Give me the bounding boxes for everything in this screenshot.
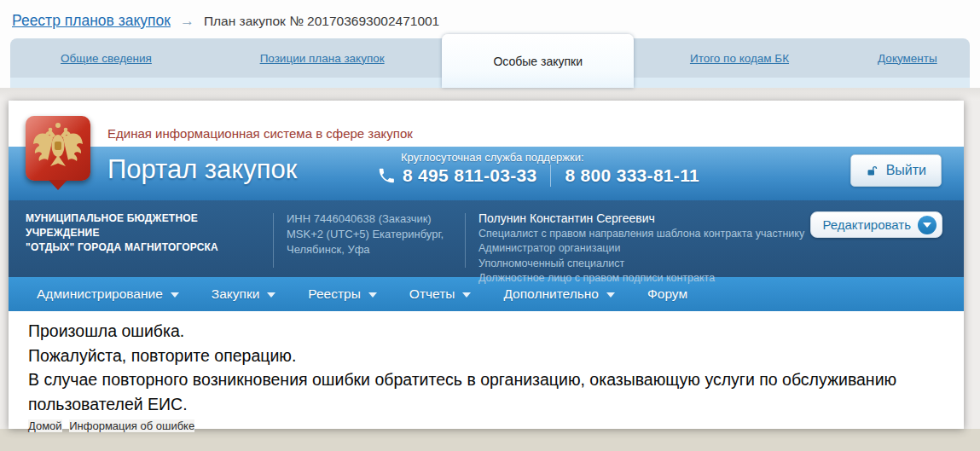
user-role: Администратор организации bbox=[478, 241, 964, 256]
breadcrumb-arrow-icon: → bbox=[180, 13, 194, 30]
tab-label[interactable]: Итого по кодам БК bbox=[690, 52, 789, 65]
error-info-link[interactable]: Информация об ошибке bbox=[69, 419, 194, 432]
support-phones: Круглосуточная служба поддержки: 8 495 8… bbox=[377, 151, 699, 187]
error-content: Произошла ошибка. Пожалуйста, повторите … bbox=[9, 311, 964, 429]
phone-icon bbox=[377, 166, 396, 185]
eis-system-title: Единая информационная система в сфере за… bbox=[107, 126, 413, 141]
menu-label: Форум bbox=[647, 286, 687, 302]
org-name-line1: МУНИЦИПАЛЬНОЕ БЮДЖЕТНОЕ УЧРЕЖДЕНИЕ bbox=[26, 211, 273, 240]
tab-plan-positions[interactable]: Позиции плана закупок bbox=[202, 38, 442, 78]
unlock-icon bbox=[866, 165, 879, 177]
error-links-row: Домой Информация об ошибке bbox=[28, 419, 943, 432]
error-line: Пожалуйста, повторите операцию. bbox=[28, 344, 943, 368]
tab-general-info[interactable]: Общие сведения bbox=[10, 38, 202, 78]
chevron-down-icon bbox=[462, 292, 471, 298]
home-link[interactable]: Домой bbox=[28, 419, 62, 432]
menu-purchases[interactable]: Закупки bbox=[195, 277, 293, 311]
header-blue-band: Портал закупок Круглосуточная служба под… bbox=[9, 147, 964, 200]
error-line: В случае повторного возникновения ошибки… bbox=[28, 367, 943, 416]
organization-name: МУНИЦИПАЛЬНОЕ БЮДЖЕТНОЕ УЧРЕЖДЕНИЕ "ОТДЫ… bbox=[9, 211, 273, 277]
menu-label: Администрирование bbox=[37, 286, 163, 302]
menu-label: Дополнительно bbox=[503, 286, 599, 302]
org-name-line2: "ОТДЫХ" ГОРОДА МАГНИТОГОРСКА bbox=[26, 240, 273, 255]
tab-label[interactable]: Позиции плана закупок bbox=[260, 52, 385, 65]
menu-label: Реестры bbox=[308, 286, 361, 302]
menu-label: Закупки bbox=[212, 286, 260, 302]
breadcrumb-current: План закупок № 201703693002471001 bbox=[204, 14, 439, 29]
edit-button[interactable]: Редактировать bbox=[810, 211, 942, 238]
menu-administration[interactable]: Администрирование bbox=[20, 277, 195, 311]
tab-label[interactable]: Общие сведения bbox=[61, 52, 152, 65]
tab-totals-by-bk-codes[interactable]: Итого по кодам БК bbox=[634, 38, 845, 78]
chevron-down-icon bbox=[171, 292, 179, 298]
org-details: ИНН 7446040638 (Заказчик) MSK+2 (UTC+5) … bbox=[274, 211, 465, 277]
tab-documents[interactable]: Документы bbox=[845, 38, 970, 78]
user-role: Уполномоченный специалист bbox=[478, 257, 964, 271]
logout-label: Выйти bbox=[886, 163, 926, 178]
top-zone: Реестр планов закупок → План закупок № 2… bbox=[0, 0, 980, 88]
double-headed-eagle-icon bbox=[31, 120, 85, 175]
error-line: Произошла ошибка. bbox=[28, 319, 943, 344]
edit-label: Редактировать bbox=[822, 217, 911, 232]
tab-label[interactable]: Документы bbox=[878, 52, 937, 65]
org-timezone: MSK+2 (UTC+5) Екатеринбург, Челябинск, У… bbox=[287, 227, 465, 257]
logout-button[interactable]: Выйти bbox=[850, 154, 942, 187]
russia-coat-of-arms-logo[interactable] bbox=[26, 116, 90, 181]
tab-label: Особые закупки bbox=[493, 55, 583, 68]
chevron-down-icon bbox=[267, 292, 275, 298]
phone-divider bbox=[550, 165, 551, 187]
support-label: Круглосуточная служба поддержки: bbox=[401, 151, 699, 164]
portal-title: Портал закупок bbox=[107, 154, 297, 185]
tab-bar: Общие сведения Позиции плана закупок Осо… bbox=[10, 38, 970, 78]
menu-reports[interactable]: Отчеты bbox=[393, 277, 488, 311]
chevron-down-icon bbox=[606, 292, 615, 298]
support-phone-primary: 8 495 811-03-33 bbox=[403, 165, 536, 186]
main-panel: Единая информационная система в сфере за… bbox=[9, 101, 964, 429]
org-inn: ИНН 7446040638 (Заказчик) bbox=[287, 211, 465, 227]
header-top-band: Единая информационная система в сфере за… bbox=[9, 101, 964, 147]
page-gap bbox=[0, 88, 980, 101]
organization-bar: МУНИЦИПАЛЬНОЕ БЮДЖЕТНОЕ УЧРЕЖДЕНИЕ "ОТДЫ… bbox=[9, 200, 964, 277]
user-role: Должностное лицо с правом подписи контра… bbox=[478, 271, 964, 286]
chevron-down-icon bbox=[368, 292, 377, 298]
menu-label: Отчеты bbox=[409, 286, 455, 302]
support-phone-secondary: 8 800 333-81-11 bbox=[565, 165, 699, 186]
footer-strip bbox=[0, 429, 980, 451]
menu-registries[interactable]: Реестры bbox=[292, 277, 393, 311]
chevron-down-icon bbox=[918, 216, 937, 234]
breadcrumb-link-registry[interactable]: Реестр планов закупок bbox=[12, 12, 171, 30]
tab-special-purchases[interactable]: Особые закупки bbox=[442, 34, 634, 88]
